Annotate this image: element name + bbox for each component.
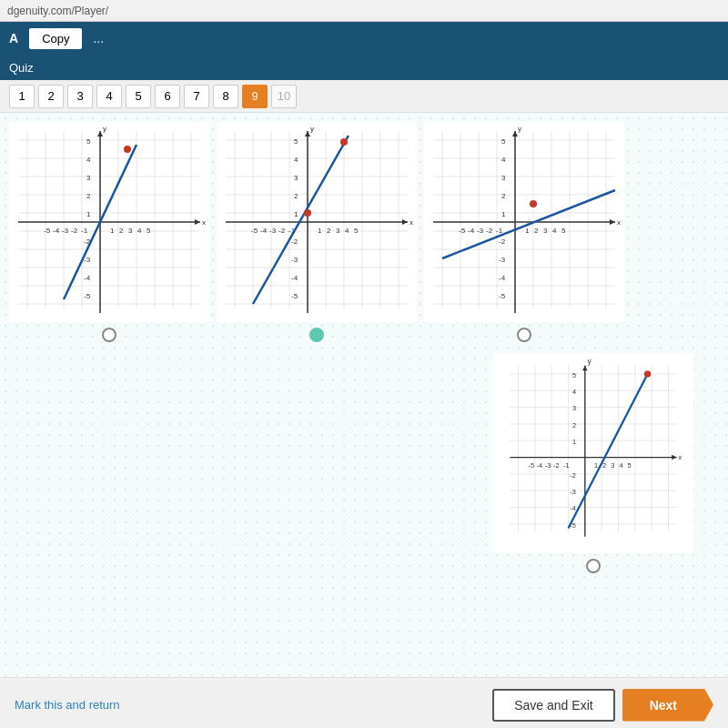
svg-marker-166 <box>582 366 588 371</box>
page-num-10[interactable]: 10 <box>271 85 297 108</box>
page-num-1[interactable]: 1 <box>9 85 35 108</box>
svg-text:3: 3 <box>501 174 506 182</box>
svg-point-93 <box>304 209 311 217</box>
svg-text:-4: -4 <box>537 461 543 470</box>
svg-text:1: 1 <box>594 461 598 470</box>
svg-text:-2: -2 <box>71 227 78 235</box>
svg-text:x: x <box>617 218 621 227</box>
svg-text:2: 2 <box>294 192 298 200</box>
svg-text:-2: -2 <box>291 238 298 246</box>
svg-text:3: 3 <box>572 404 576 412</box>
graph-4: y <box>493 353 693 553</box>
svg-text:4: 4 <box>552 227 557 235</box>
quiz-bar: Quiz <box>0 55 728 80</box>
svg-text:1: 1 <box>525 227 530 235</box>
svg-text:-1: -1 <box>496 227 503 235</box>
page-num-6[interactable]: 6 <box>155 85 180 108</box>
page-num-2[interactable]: 2 <box>38 85 64 108</box>
svg-text:3: 3 <box>543 227 548 235</box>
radio-2[interactable] <box>309 328 324 342</box>
svg-point-94 <box>340 138 348 146</box>
svg-text:-4: -4 <box>53 227 60 235</box>
svg-text:1: 1 <box>294 210 298 218</box>
footer: Mark this and return Save and Exit Next <box>0 677 728 728</box>
svg-line-92 <box>253 136 349 304</box>
svg-text:-2: -2 <box>499 238 506 246</box>
svg-text:3: 3 <box>611 461 614 470</box>
page-num-4[interactable]: 4 <box>96 85 122 108</box>
svg-text:-3: -3 <box>269 227 277 235</box>
save-exit-button[interactable]: Save and Exit <box>492 689 614 722</box>
svg-text:-1: -1 <box>81 227 88 235</box>
svg-marker-69 <box>402 219 408 225</box>
svg-text:3: 3 <box>336 227 340 235</box>
svg-text:1: 1 <box>86 210 91 218</box>
svg-text:-4: -4 <box>291 274 298 282</box>
graph-1: x y -5 -4 -3 -2 -1 1 2 3 4 5 5 4 3 <box>9 122 209 322</box>
graph-2: x y -5 -4 -3 -2 -1 1 2 3 4 5 5 4 3 <box>217 122 417 322</box>
svg-text:-5: -5 <box>84 292 91 300</box>
svg-text:5: 5 <box>561 227 566 235</box>
svg-text:-2: -2 <box>278 227 286 235</box>
app-label: A <box>9 31 18 46</box>
svg-text:1: 1 <box>572 438 576 446</box>
svg-line-140 <box>442 190 615 258</box>
svg-text:y: y <box>588 358 592 366</box>
svg-marker-117 <box>610 219 615 225</box>
svg-text:-4: -4 <box>570 504 576 512</box>
page-num-7[interactable]: 7 <box>184 85 209 108</box>
main-content: x y -5 -4 -3 -2 -1 1 2 3 4 5 5 4 3 <box>0 113 728 677</box>
svg-text:-1: -1 <box>563 461 570 470</box>
page-num-9[interactable]: 9 <box>242 85 268 108</box>
svg-marker-22 <box>195 219 200 225</box>
svg-text:4: 4 <box>345 227 349 235</box>
more-button[interactable]: ... <box>87 29 109 47</box>
svg-text:4: 4 <box>572 388 576 396</box>
svg-text:1: 1 <box>501 210 506 218</box>
svg-text:-2: -2 <box>570 471 576 480</box>
svg-text:x: x <box>679 453 682 461</box>
svg-marker-165 <box>672 455 677 460</box>
svg-text:3: 3 <box>86 174 91 182</box>
graph-wrapper-3: x y -5 -4 -3 -2 -1 1 2 3 4 5 5 4 3 <box>424 122 624 342</box>
svg-text:4: 4 <box>294 156 298 164</box>
next-button[interactable]: Next <box>622 689 713 722</box>
svg-text:-4: -4 <box>499 274 506 282</box>
svg-text:-5: -5 <box>291 292 298 300</box>
radio-4[interactable] <box>586 559 601 573</box>
svg-text:2: 2 <box>572 421 576 430</box>
svg-text:-3: -3 <box>499 256 506 264</box>
svg-text:y: y <box>518 125 521 133</box>
page-num-3[interactable]: 3 <box>67 85 93 108</box>
svg-line-187 <box>569 374 648 529</box>
svg-text:2: 2 <box>327 227 331 235</box>
svg-text:-2: -2 <box>486 227 493 235</box>
svg-text:2: 2 <box>534 227 539 235</box>
radio-3[interactable] <box>517 328 531 342</box>
svg-text:-5: -5 <box>529 461 535 470</box>
svg-text:x: x <box>202 218 206 227</box>
svg-text:4: 4 <box>137 227 142 235</box>
mark-return-link[interactable]: Mark this and return <box>15 698 120 712</box>
footer-right: Save and Exit Next <box>492 689 713 722</box>
browser-url: dgenuity.com/Player/ <box>7 5 108 17</box>
browser-bar: dgenuity.com/Player/ <box>0 0 728 22</box>
svg-text:-3: -3 <box>570 488 576 496</box>
page-num-8[interactable]: 8 <box>213 85 238 108</box>
svg-point-46 <box>124 146 131 153</box>
svg-text:-5: -5 <box>251 227 258 235</box>
svg-point-141 <box>530 200 537 207</box>
radio-1[interactable] <box>102 328 116 342</box>
page-num-5[interactable]: 5 <box>126 85 151 108</box>
svg-text:4: 4 <box>501 156 506 164</box>
graphs-row-bottom: y <box>9 353 719 581</box>
svg-text:5: 5 <box>572 371 576 379</box>
graph-wrapper-2: x y -5 -4 -3 -2 -1 1 2 3 4 5 5 4 3 <box>217 122 417 342</box>
svg-text:5: 5 <box>628 461 632 470</box>
svg-text:2: 2 <box>119 227 124 235</box>
svg-text:2: 2 <box>501 192 506 200</box>
svg-text:1: 1 <box>110 227 115 235</box>
svg-text:y: y <box>310 125 314 133</box>
copy-button[interactable]: Copy <box>29 28 82 49</box>
svg-text:2: 2 <box>86 192 91 200</box>
